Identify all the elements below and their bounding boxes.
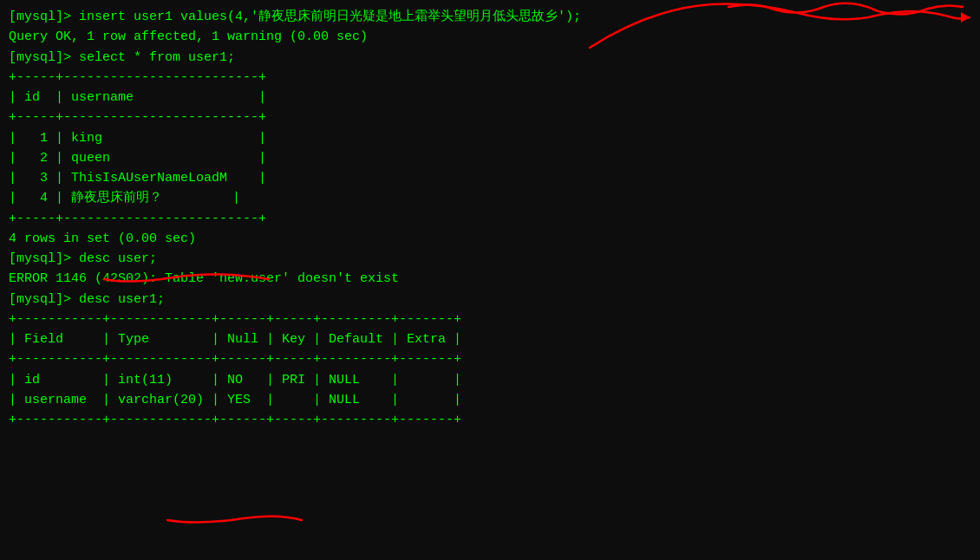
terminal-line: | 3 | ThisIsAUserNameLoadM |	[9, 168, 971, 188]
terminal-line: +-----------+-------------+------+-----+…	[9, 410, 971, 430]
terminal-line: [mysql]> desc user;	[9, 249, 971, 269]
terminal-line: [mysql]> select * from user1;	[9, 48, 971, 68]
terminal-line: Query OK, 1 row affected, 1 warning (0.0…	[9, 27, 971, 47]
terminal-line: | 4 | 静夜思床前明？ |	[9, 188, 971, 208]
terminal-line: | 1 | king |	[9, 128, 971, 148]
terminal-line: 4 rows in set (0.00 sec)	[9, 229, 971, 249]
terminal-line: +-----------+-------------+------+-----+…	[9, 349, 971, 369]
terminal-line: [mysql]> desc user1;	[9, 290, 971, 309]
terminal-window: [mysql]> insert user1 values(4,'静夜思床前明日光…	[0, 0, 980, 560]
terminal-line: | 2 | queen |	[9, 148, 971, 168]
terminal-line: | id | username |	[9, 88, 971, 107]
terminal-line: [mysql]> insert user1 values(4,'静夜思床前明日光…	[9, 7, 971, 27]
terminal-line: ERROR 1146 (42S02): Table 'new.user' doe…	[9, 269, 971, 289]
terminal-line: | Field | Type | Null | Key | Default | …	[9, 329, 971, 349]
terminal-line: +-----+-------------------------+	[9, 68, 971, 88]
terminal-line: | id | int(11) | NO | PRI | NULL | |	[9, 370, 971, 390]
terminal-line: +-----+-------------------------+	[9, 107, 971, 127]
terminal-output: [mysql]> insert user1 values(4,'静夜思床前明日光…	[9, 7, 971, 430]
terminal-line: +-----------+-------------+------+-----+…	[9, 309, 971, 329]
terminal-line: | username | varchar(20) | YES | | NULL …	[9, 390, 971, 410]
terminal-line: +-----+-------------------------+	[9, 209, 971, 229]
